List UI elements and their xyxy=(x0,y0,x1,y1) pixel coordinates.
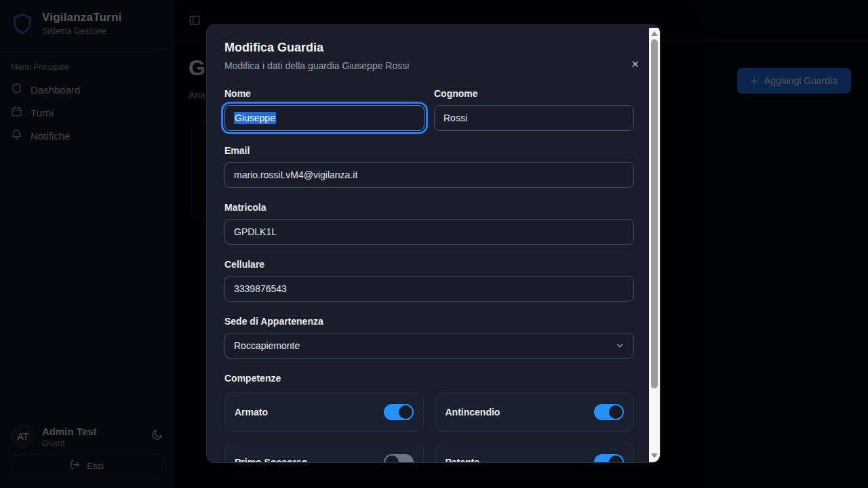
sede-select[interactable]: Roccapiemonte xyxy=(224,333,634,359)
toggle-knob xyxy=(609,455,623,463)
toggle-knob xyxy=(385,455,399,463)
selected-text: Giuseppe xyxy=(234,112,276,124)
scrollbar-thumb[interactable] xyxy=(651,39,658,388)
edit-guard-modal: ✕ Modifica Guardia Modifica i dati della… xyxy=(206,24,660,463)
email-label: Email xyxy=(224,144,634,157)
competenza-label: Patente xyxy=(446,457,480,463)
competenze-grid: Armato Antincendio Primo Soccorso Patent… xyxy=(224,392,634,463)
nome-input[interactable]: Giuseppe xyxy=(224,105,425,131)
chevron-down-icon xyxy=(615,341,625,350)
competenza-card-antincendio: Antincendio xyxy=(435,392,635,432)
matricola-label: Matricola xyxy=(224,201,634,214)
nome-label: Nome xyxy=(224,87,425,100)
cognome-label: Cognome xyxy=(434,87,634,100)
cellulare-input[interactable] xyxy=(224,276,634,302)
competenza-card-primo-soccorso: Primo Soccorso xyxy=(224,443,424,463)
matricola-input[interactable] xyxy=(224,219,634,245)
close-icon[interactable]: ✕ xyxy=(631,59,639,69)
competenza-label: Armato xyxy=(235,407,268,418)
modal-title: Modifica Guardia xyxy=(224,39,634,56)
armato-toggle[interactable] xyxy=(384,404,414,420)
toggle-knob xyxy=(399,405,412,419)
patente-toggle[interactable] xyxy=(594,454,624,463)
toggle-knob xyxy=(609,405,623,419)
modal-subtitle: Modifica i dati della guardia Giuseppe R… xyxy=(224,59,634,73)
competenza-label: Primo Soccorso xyxy=(235,457,307,463)
primo-soccorso-toggle[interactable] xyxy=(384,454,414,463)
cognome-input[interactable] xyxy=(434,105,634,131)
antincendio-toggle[interactable] xyxy=(594,404,624,420)
sede-selected-value: Roccapiemonte xyxy=(234,340,300,351)
email-field[interactable] xyxy=(224,162,634,188)
sede-label: Sede di Appartenenza xyxy=(224,315,634,327)
modal-scrollbar[interactable] xyxy=(649,28,660,462)
competenza-card-armato: Armato xyxy=(224,392,424,432)
scroll-up-arrow-icon[interactable] xyxy=(651,31,658,36)
competenze-label: Competenze xyxy=(224,372,634,384)
competenza-card-patente: Patente xyxy=(435,443,635,463)
scroll-down-arrow-icon[interactable] xyxy=(651,453,658,458)
competenza-label: Antincendio xyxy=(446,407,500,418)
cellulare-label: Cellulare xyxy=(224,258,634,270)
